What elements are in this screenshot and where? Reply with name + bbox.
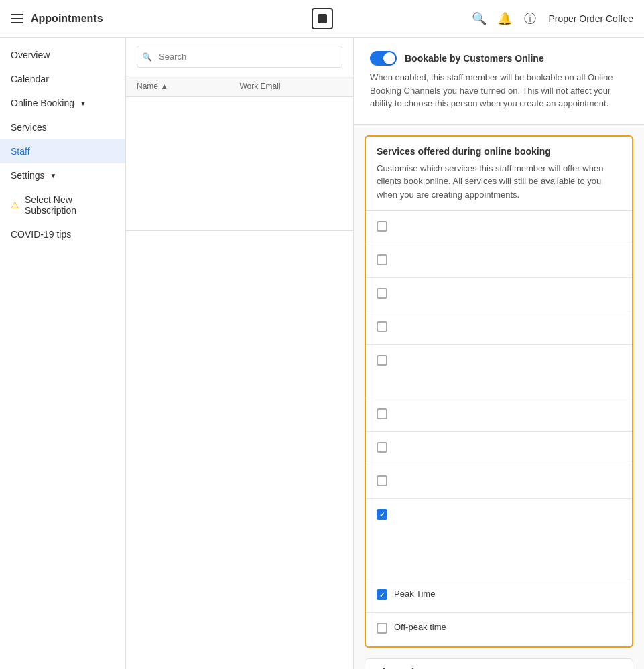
biography-section: Biography [365,658,633,669]
list-item [366,465,632,499]
service-label-offpeak-time: Off-peak time [394,622,446,632]
sidebar-item-label: Select New Subscription [25,194,115,216]
service-checkbox-3[interactable] [377,288,387,299]
service-checkbox-peak-time[interactable] [377,589,387,600]
service-checkbox-2[interactable] [377,254,387,265]
nav-left: Appointments [11,13,312,25]
sidebar-item-label: Calendar [11,74,49,84]
list-item [366,345,632,398]
staff-list-area [126,97,353,231]
services-offered-header: Services offered during online booking C… [366,137,632,212]
sidebar-item-label: Services [11,122,47,133]
sidebar-item-label: Settings [11,170,45,181]
search-icon: 🔍 [142,52,152,62]
services-offered-description: Customise which services this staff memb… [377,162,621,202]
app-title: Appointments [31,13,103,25]
square-logo [312,8,333,29]
biography-label: Biography [365,659,633,669]
list-item [366,499,632,579]
sidebar-item-label: COVID-19 tips [11,229,71,240]
bookable-toggle[interactable] [370,51,397,66]
sidebar-item-label: Overview [11,50,50,60]
staff-table-header: Name ▲ Work Email [126,76,353,97]
sidebar-item-calendar[interactable]: Calendar [0,67,125,91]
service-checkbox-4[interactable] [377,321,387,332]
nav-right: 🔍 🔔 ⓘ Proper Order Coffee [333,11,634,26]
staff-search-area: 🔍 [126,38,353,76]
search-input[interactable] [137,46,342,68]
hamburger-menu[interactable] [11,14,23,23]
main-layout: Overview Calendar Online Booking ▼ Servi… [0,38,644,669]
list-item [366,311,632,345]
service-label-peak-time: Peak Time [394,589,435,599]
warning-icon: ⚠ [11,200,19,210]
search-input-wrap: 🔍 [137,46,342,68]
bookable-toggle-label: Bookable by Customers Online [405,53,544,64]
staff-panel: 🔍 Name ▲ Work Email [126,38,354,669]
sidebar-item-covid[interactable]: COVID-19 tips [0,222,125,246]
list-item [366,432,632,465]
list-item: Peak Time [366,579,632,613]
service-checkbox-1[interactable] [377,221,387,232]
detail-panel: Bookable by Customers Online When enable… [354,38,644,669]
sidebar-item-services[interactable]: Services [0,115,125,139]
list-item [366,244,632,278]
sidebar: Overview Calendar Online Booking ▼ Servi… [0,38,126,669]
sidebar-item-overview[interactable]: Overview [0,43,125,67]
square-logo-inner [318,14,327,23]
service-checkbox-8[interactable] [377,475,387,486]
service-checkbox-7[interactable] [377,442,387,453]
bookable-section: Bookable by Customers Online When enable… [354,38,644,125]
top-navigation: Appointments 🔍 🔔 ⓘ Proper Order Coffee [0,0,644,38]
services-offered-section: Services offered during online booking C… [365,135,633,648]
sidebar-item-label: Online Booking [11,98,74,108]
service-checkbox-5[interactable] [377,355,387,366]
business-name: Proper Order Coffee [548,13,633,24]
chevron-down-icon: ▼ [80,100,86,107]
toggle-knob [383,52,395,64]
service-checkbox-6[interactable] [377,408,387,419]
nav-center [312,8,333,29]
list-item [366,398,632,432]
sidebar-item-settings[interactable]: Settings ▼ [0,163,125,188]
sidebar-item-label: Staff [11,146,30,157]
services-offered-title: Services offered during online booking [377,146,621,157]
service-checkbox-9[interactable] [377,509,387,520]
sidebar-item-select-subscription[interactable]: ⚠ Select New Subscription [0,188,125,222]
content-area: 🔍 Name ▲ Work Email Bookable by Customer… [126,38,644,669]
column-name: Name ▲ [137,82,240,91]
help-icon[interactable]: ⓘ [523,11,537,26]
toggle-row: Bookable by Customers Online [370,51,628,66]
bookable-description: When enabled, this staff member will be … [370,71,628,110]
service-checkbox-offpeak-time[interactable] [377,623,387,634]
list-item [366,278,632,311]
list-item: Off-peak time [366,613,632,646]
sidebar-item-staff[interactable]: Staff [0,139,125,163]
chevron-down-icon: ▼ [50,172,57,179]
search-icon[interactable]: 🔍 [472,11,487,26]
list-item [366,211,632,244]
bell-icon[interactable]: 🔔 [497,11,512,26]
sidebar-item-online-booking[interactable]: Online Booking ▼ [0,91,125,115]
services-checkbox-list: Peak Time Off-peak time [366,211,632,646]
column-email: Work Email [240,82,343,91]
